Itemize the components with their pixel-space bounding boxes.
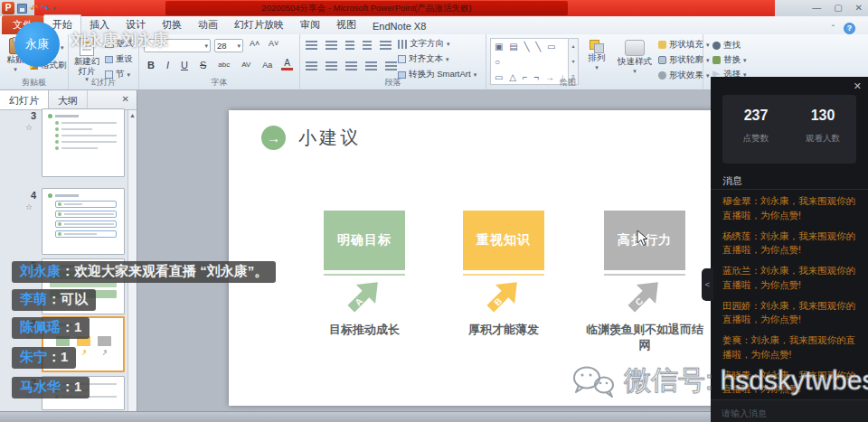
slide-thumbnail-item: 3 ☆: [0, 108, 127, 179]
align-right-icon[interactable]: [345, 61, 357, 70]
find-button[interactable]: 查找: [712, 40, 741, 52]
slide-thumbnail[interactable]: [42, 108, 125, 177]
stream-message: 田园娇：刘永康，我来围观你的直播啦，为你点赞!: [722, 299, 860, 328]
chat-bubble: 刘永康：欢迎大家来观看直播 “刘永康”。: [12, 261, 276, 283]
find-icon: [712, 42, 721, 50]
slides-pane-close-icon[interactable]: ✕: [115, 90, 137, 109]
app-icon[interactable]: P: [2, 2, 14, 14]
minimize-button[interactable]: —: [812, 0, 821, 16]
strikethrough-button[interactable]: S: [197, 60, 209, 70]
window-controls: — ▢ ✕: [812, 0, 863, 16]
quick-access-dropdown-icon[interactable]: ▾: [52, 5, 55, 13]
panel-collapse-handle[interactable]: <: [702, 268, 713, 301]
stream-message: 姜爽：刘永康，我来围观你的直播啦，为你点赞!: [722, 333, 860, 362]
restore-button[interactable]: ▢: [834, 0, 842, 16]
reset-label: 重设: [116, 53, 133, 65]
numbering-icon[interactable]: [326, 41, 337, 50]
save-icon[interactable]: [17, 4, 27, 14]
arrange-label: 排列: [589, 52, 606, 64]
slide-thumbnail[interactable]: [42, 188, 125, 255]
slide-number: 3: [22, 110, 36, 121]
execution-caption: 临渊羡鱼则不如退而结网: [586, 322, 703, 352]
replace-label: 替换: [723, 54, 741, 66]
align-text-icon: [398, 55, 406, 63]
italic-button[interactable]: I: [164, 60, 172, 70]
stream-stats-card: 237 点赞数 130 观看人数: [722, 95, 856, 164]
close-button[interactable]: ✕: [855, 0, 863, 16]
align-left-icon[interactable]: [306, 61, 317, 70]
minimize-ribbon-icon[interactable]: ˆ: [832, 24, 835, 34]
reset-button[interactable]: 重设: [105, 53, 133, 65]
align-center-icon[interactable]: [326, 61, 337, 70]
text-direction-label: 文字方向: [410, 38, 444, 50]
text-shadow-button[interactable]: abc: [215, 61, 232, 69]
shape-outline-button[interactable]: 形状轮廓 ▾: [658, 54, 710, 66]
bullets-icon[interactable]: [306, 41, 317, 50]
arrow-b: B: [463, 282, 544, 309]
columns-icon[interactable]: [385, 61, 397, 70]
shapes-row: ▣ ▤ ╲ ╲ ▭ ○: [495, 39, 567, 70]
quick-styles-button[interactable]: 快速样式 ▾: [613, 40, 656, 75]
replace-button[interactable]: 替换 ▾: [712, 54, 747, 66]
arrange-button[interactable]: 排列 ▾: [582, 40, 611, 71]
arrow-letter: B: [492, 295, 504, 307]
quick-styles-icon: [625, 40, 645, 56]
chat-text: 1: [74, 379, 81, 394]
change-case-button[interactable]: Aa: [259, 61, 275, 70]
font-name-caret-icon: ▾: [204, 42, 208, 50]
character-spacing-button[interactable]: AV: [239, 61, 253, 69]
align-text-button[interactable]: 对齐文本 ▾: [398, 53, 449, 65]
increase-indent-icon[interactable]: [363, 41, 372, 50]
tab-slideshow[interactable]: 幻灯片放映: [226, 15, 292, 34]
viewers-label: 观看人数: [789, 133, 856, 145]
tab-review[interactable]: 审阅: [292, 15, 328, 34]
stream-message: 穆金翠：刘永康，我来围观你的直播啦，为你点赞!: [722, 194, 860, 223]
arrow-a: A: [324, 282, 405, 309]
help-icon[interactable]: ?: [844, 23, 855, 34]
text-direction-icon: [398, 40, 407, 49]
replace-icon: [712, 56, 721, 64]
mouse-cursor: [637, 230, 648, 247]
text-direction-button[interactable]: 文字方向 ▾: [398, 38, 450, 50]
chat-bubble: 李萌：可以: [12, 289, 96, 311]
new-slide-label: 新建幻灯片: [71, 56, 103, 76]
shrink-font-button[interactable]: A˅: [266, 39, 281, 48]
panel-close-icon[interactable]: ✕: [854, 80, 862, 92]
grow-font-button[interactable]: A˄: [247, 39, 262, 48]
current-slide[interactable]: → 小建议 明确目标 重视知识 高执行力 A B C 目标推动成长 厚积才能薄发…: [229, 110, 735, 406]
shape-fill-button[interactable]: 形状填充 ▾: [658, 39, 710, 51]
tab-endnote[interactable]: EndNote X8: [364, 18, 434, 34]
likes-stat: 237 点赞数: [722, 95, 789, 164]
line-spacing-icon[interactable]: [380, 41, 392, 50]
tab-animations[interactable]: 动画: [190, 15, 226, 34]
font-color-button[interactable]: A: [281, 59, 293, 70]
wechat-icon: [570, 363, 617, 399]
tab-view[interactable]: 视图: [328, 15, 364, 34]
font-size-combo[interactable]: 28 ▾: [214, 39, 243, 52]
tab-slides-thumbnails[interactable]: 幻灯片: [0, 90, 49, 109]
tab-outline[interactable]: 大纲: [49, 90, 88, 109]
chat-sender: 李萌: [20, 291, 47, 306]
arrange-caret-icon: ▾: [595, 64, 599, 71]
redo-icon[interactable]: ↷: [41, 2, 49, 14]
font-size-caret-icon: ▾: [237, 42, 241, 50]
chat-text: 可以: [61, 291, 88, 306]
shape-fill-label: 形状填充: [669, 39, 703, 51]
decrease-indent-icon[interactable]: [345, 41, 354, 50]
slides-group-label: 幻灯片: [69, 77, 138, 89]
chat-sender: 马水华: [20, 379, 61, 394]
underline-button[interactable]: U: [178, 60, 191, 70]
font-size-value: 28: [217, 41, 227, 51]
chat-sender: 刘永康: [20, 263, 61, 278]
slide-title: 小建议: [298, 126, 361, 150]
streamer-avatar[interactable]: 永康: [14, 22, 60, 67]
knowledge-caption: 厚积才能薄发: [445, 322, 562, 337]
bold-button[interactable]: B: [145, 60, 157, 70]
scroll-up-icon[interactable]: ▲: [129, 112, 136, 118]
clipboard-group-label: 剪贴板: [0, 77, 68, 89]
justify-icon[interactable]: [365, 61, 377, 70]
ribbon-group-drawing: ▣ ▤ ╲ ╲ ▭ ○ ▭ △ ⌐ ¬ → ↓ ○ ☆ ~ ∩ { } ▴▾≡ …: [486, 34, 703, 89]
message-input[interactable]: [722, 408, 857, 418]
undo-icon[interactable]: ↶: [30, 2, 38, 14]
shape-effects-button[interactable]: 形状效果 ▾: [658, 70, 710, 81]
